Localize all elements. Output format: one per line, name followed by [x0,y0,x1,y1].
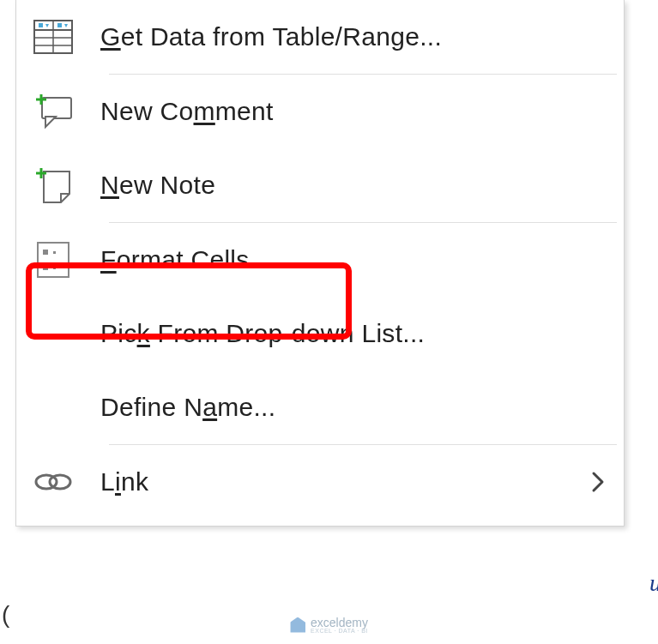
background-text-fragment: u [649,569,658,597]
svg-marker-10 [45,117,56,127]
menu-item-link[interactable]: Link [16,445,624,519]
menu-item-label: New Comment [100,97,274,126]
menu-item-format-cells[interactable]: Format Cells... [16,223,624,297]
menu-item-define-name[interactable]: Define Name... [16,370,624,444]
menu-item-label: Define Name... [100,393,275,422]
svg-rect-19 [53,267,56,269]
menu-item-get-data-from-table[interactable]: Get Data from Table/Range... [16,0,624,74]
menu-item-label: New Note [100,171,215,200]
svg-point-21 [50,475,70,489]
watermark-tagline: EXCEL · DATA · BI [311,628,368,634]
background-text-fragment: ( [2,601,9,629]
format-cells-icon [28,235,78,285]
menu-item-new-note[interactable]: New Note [16,148,624,222]
svg-marker-6 [45,24,49,27]
chevron-right-icon [581,465,615,499]
svg-rect-5 [39,23,43,27]
menu-item-label: Format Cells... [100,245,272,274]
svg-rect-15 [38,243,69,277]
blank-icon [28,309,78,358]
watermark: exceldemy EXCEL · DATA · BI [290,616,368,634]
menu-item-label: Pick From Drop-down List... [100,319,425,348]
context-menu: Get Data from Table/Range... New Comment [15,0,625,527]
new-comment-icon [28,87,78,136]
svg-rect-17 [43,265,48,270]
svg-rect-16 [43,250,48,255]
link-icon [28,457,78,507]
new-note-icon [28,160,78,210]
svg-rect-18 [53,251,56,254]
blank-icon [28,382,78,432]
table-icon [28,12,78,62]
menu-item-label: Link [100,467,148,497]
menu-item-label: Get Data from Table/Range... [100,22,442,51]
svg-rect-9 [42,98,71,118]
svg-marker-8 [64,24,68,27]
svg-rect-7 [57,23,62,27]
menu-item-pick-from-dropdown[interactable]: Pick From Drop-down List... [16,297,624,370]
menu-item-new-comment[interactable]: New Comment [16,75,624,148]
watermark-logo-icon [290,617,305,633]
